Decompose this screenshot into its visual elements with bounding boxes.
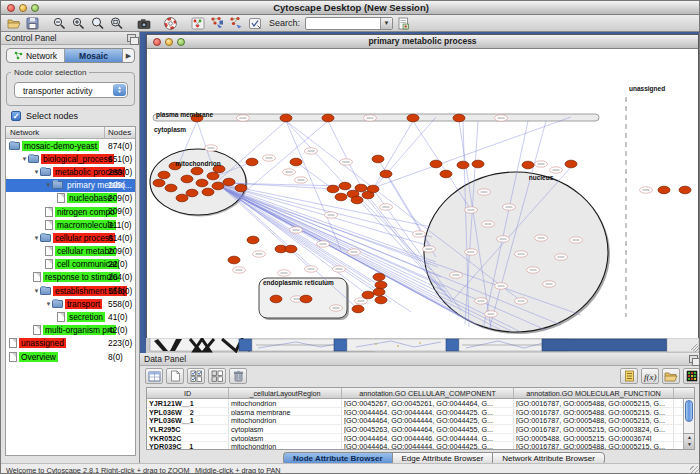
- heatmap-button[interactable]: [683, 368, 700, 384]
- tree-row-response-to-stimulu[interactable]: response to stimulu264(0): [6, 271, 135, 284]
- table-row[interactable]: YDR039C__1mitochondrion[GO:0044464, GO:0…: [147, 442, 694, 450]
- table-cell[interactable]: [GO:0045263, GO:0044464, GO:0044455, G..…: [342, 425, 514, 433]
- table-cell[interactable]: [GO:0044464, GO:0044444, GO:0044425, G..…: [342, 442, 514, 450]
- network-node[interactable]: [355, 184, 367, 192]
- create-attribute-button[interactable]: [166, 368, 184, 384]
- network-node[interactable]: [246, 158, 258, 166]
- tree-row-overview[interactable]: Overview8(0): [6, 350, 135, 363]
- network-node[interactable]: [380, 170, 392, 178]
- table-cell[interactable]: [GO:0044464, GO:0044446, GO:0044444, G..…: [342, 434, 514, 442]
- network-node[interactable]: [300, 295, 312, 303]
- annotation-button[interactable]: [246, 16, 263, 31]
- tree-row-primary-metabo[interactable]: ▼primary metabo209(...: [6, 179, 135, 192]
- network-node[interactable]: [280, 114, 292, 122]
- formula-builder-button[interactable]: f(x): [641, 368, 659, 384]
- table-row[interactable]: YKR052Ccytoplasm[GO:0044464, GO:0044446,…: [147, 434, 694, 443]
- search-config-button[interactable]: [395, 16, 412, 31]
- table-cell[interactable]: YPL036W__2: [147, 408, 229, 416]
- table-cell[interactable]: plasma membrane: [229, 408, 342, 416]
- network-node[interactable]: [207, 172, 219, 180]
- table-cell[interactable]: [GO:0005488, GO:0005215, GO:0003674]: [514, 434, 674, 442]
- network-node[interactable]: [212, 182, 224, 190]
- network-node[interactable]: [335, 193, 347, 201]
- network-node[interactable]: [522, 161, 534, 169]
- open-session-button[interactable]: [5, 16, 22, 31]
- resize-grip[interactable]: [690, 466, 700, 474]
- network-node[interactable]: [367, 185, 379, 193]
- tree-row-metabolic-process[interactable]: ▼metabolic process280(0): [6, 165, 135, 178]
- network-node[interactable]: [158, 171, 170, 179]
- table-cell[interactable]: [GO:0016787, GO:0005488, GO:0005215, G..…: [514, 408, 674, 416]
- expand-arrow-icon[interactable]: ▼: [33, 169, 40, 175]
- network-node[interactable]: [679, 186, 691, 194]
- tree-row-transport[interactable]: ▼transport558(0): [6, 297, 135, 310]
- network-node[interactable]: [191, 167, 203, 175]
- vizmapper-button[interactable]: [208, 16, 225, 31]
- network-node[interactable]: [375, 281, 387, 289]
- network-node[interactable]: [372, 155, 384, 163]
- network-node[interactable]: [472, 160, 484, 168]
- table-cell[interactable]: [GO:0044464, GO:0044444, GO:0044425, G..…: [342, 408, 514, 416]
- network-node[interactable]: [186, 189, 198, 197]
- network-node[interactable]: [165, 184, 177, 192]
- tab-network[interactable]: Network: [7, 49, 65, 62]
- table-cell[interactable]: mitochondrion: [229, 442, 342, 450]
- zoom-selected-region-button[interactable]: [89, 16, 106, 31]
- network-node[interactable]: [322, 114, 334, 122]
- expand-arrow-icon[interactable]: ▼: [45, 182, 52, 188]
- table-column-header[interactable]: [674, 388, 694, 398]
- table-cell[interactable]: mitochondrion: [229, 416, 342, 424]
- table-cell[interactable]: cytoplasm: [229, 434, 342, 442]
- snapshot-button[interactable]: [135, 16, 152, 31]
- tree-row-cellular-metabo[interactable]: cellular metabo209(0): [6, 245, 135, 258]
- attribute-list-button[interactable]: [620, 368, 638, 384]
- table-cell[interactable]: cytoplasm: [229, 425, 342, 433]
- tree-column-network[interactable]: Network: [6, 127, 105, 138]
- expand-arrow-icon[interactable]: ▼: [45, 301, 52, 307]
- table-cell[interactable]: [GO:0016787, GO:0005488, GO:0005215, G..…: [514, 399, 674, 407]
- network-node[interactable]: [285, 245, 297, 253]
- network-node[interactable]: [181, 175, 193, 183]
- network-node[interactable]: [153, 179, 165, 187]
- table-cell[interactable]: [GO:0016787, GO:0005488, GO:0005215, G..…: [514, 442, 674, 450]
- node-color-dropdown[interactable]: transporter activity ▲▼: [14, 82, 128, 98]
- network-node[interactable]: [228, 256, 240, 264]
- network-node[interactable]: [658, 186, 670, 194]
- table-cell[interactable]: [GO:0045267, GO:0045261, GO:0044464, G..…: [342, 399, 514, 407]
- filter-button[interactable]: [227, 16, 244, 31]
- network-node[interactable]: [290, 158, 302, 166]
- float-panel-icon[interactable]: [689, 355, 698, 363]
- import-attributes-button[interactable]: [662, 368, 680, 384]
- network-edge[interactable]: [225, 190, 339, 269]
- float-panel-icon[interactable]: [127, 34, 136, 42]
- network-node[interactable]: [352, 305, 364, 313]
- table-cell[interactable]: YKR052C: [147, 434, 229, 442]
- network-edge[interactable]: [328, 121, 361, 187]
- zoom-out-button[interactable]: [51, 16, 68, 31]
- zoom-in-button[interactable]: [70, 16, 87, 31]
- network-node[interactable]: [373, 288, 385, 296]
- network-node[interactable]: [327, 185, 339, 193]
- tree-row-macromolecule[interactable]: macromolecule311(0): [6, 218, 135, 231]
- network-node[interactable]: [375, 296, 387, 304]
- tree-row-multi-organism-pro[interactable]: multi-organism pro42(0): [6, 324, 135, 337]
- expand-arrow-icon[interactable]: ▼: [33, 235, 40, 241]
- zoom-fit-button[interactable]: [108, 16, 125, 31]
- tab-mosaic[interactable]: Mosaic: [65, 49, 123, 62]
- network-node[interactable]: [196, 179, 208, 187]
- table-column-header[interactable]: _cellularLayoutRegion: [229, 388, 342, 398]
- tree-row-cell-communicat[interactable]: cell communicat22(0): [6, 258, 135, 271]
- network-node[interactable]: [176, 194, 188, 202]
- help-button[interactable]: [162, 16, 179, 31]
- table-row[interactable]: YJR121W__1mitochondrion[GO:0045267, GO:0…: [147, 399, 694, 408]
- network-window-titlebar[interactable]: primary metabolic process: [147, 35, 698, 49]
- tree-column-nodes[interactable]: Nodes: [105, 127, 135, 138]
- network-node[interactable]: [223, 178, 235, 186]
- save-session-button[interactable]: [24, 16, 41, 31]
- table-cell[interactable]: [GO:0016787, GO:0005215, GO:0003824, G..…: [514, 425, 674, 433]
- search-dropdown-button[interactable]: ▼: [380, 18, 392, 29]
- table-cell[interactable]: mitochondrion: [229, 399, 342, 407]
- tree-row-mosaic-demo-yeast[interactable]: mosaic-demo-yeast874(0): [6, 139, 135, 152]
- table-cell[interactable]: [GO:0016787, GO:0005488, GO:0005215, G..…: [514, 416, 674, 424]
- network-node[interactable]: [235, 184, 247, 192]
